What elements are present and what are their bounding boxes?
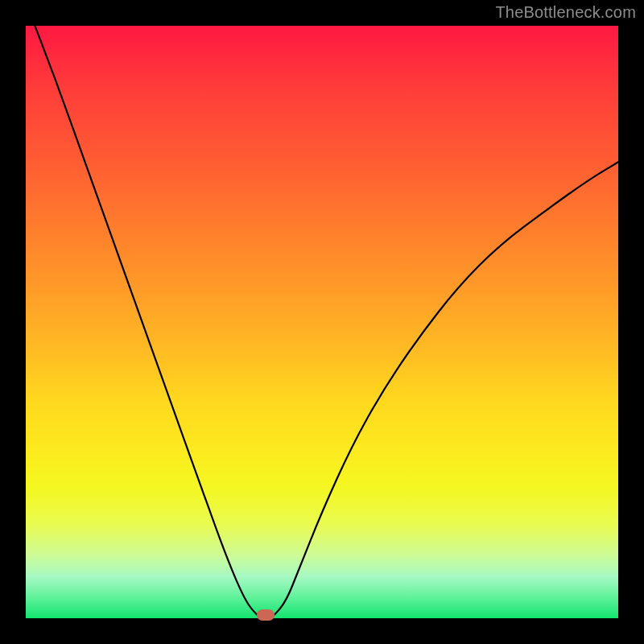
bottleneck-marker [257, 609, 275, 621]
chart-frame: TheBottleneck.com [0, 0, 644, 644]
bottleneck-curve [26, 26, 618, 618]
plot-area [26, 26, 618, 618]
watermark-text: TheBottleneck.com [495, 3, 636, 22]
